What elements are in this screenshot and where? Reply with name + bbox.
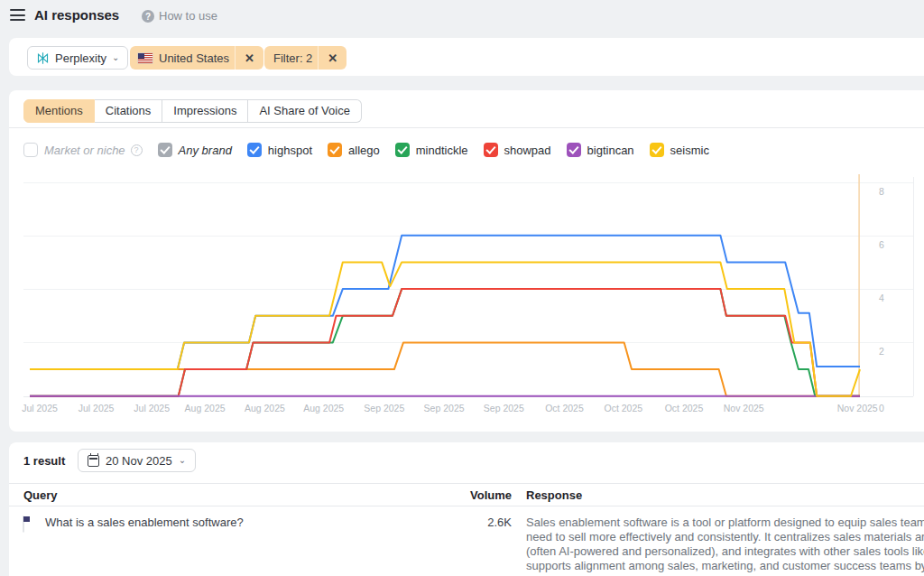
x-axis-label-4: Aug 2025: [245, 403, 285, 413]
menu-hamburger-icon[interactable]: [10, 9, 25, 21]
perplexity-logo-icon: [36, 51, 50, 65]
x-axis-label-13: Nov 2025: [837, 403, 878, 413]
brand-toggle-allego[interactable]: allego: [328, 143, 380, 157]
divider: [9, 127, 924, 128]
country-chip-label: United States: [159, 51, 229, 65]
brand-checkbox-allego[interactable]: [328, 143, 342, 157]
response-text-line: need to sell more effectively and consis…: [526, 530, 924, 544]
y-axis-label-6: 6: [879, 239, 884, 250]
x-axis-label-3: Aug 2025: [185, 403, 226, 413]
response-cell: Sales enablement software is a tool or p…: [526, 516, 924, 573]
brand-checkbox-seismic[interactable]: [650, 143, 664, 157]
x-axis-label-5: Aug 2025: [303, 403, 344, 413]
tab-impressions[interactable]: Impressions: [162, 99, 248, 123]
market-or-niche-checkbox[interactable]: [23, 143, 38, 157]
y-axis-label-4: 4: [879, 293, 884, 303]
date-picker-label: 20 Nov 2025: [106, 454, 172, 468]
country-filter-chip[interactable]: United States ✕: [130, 46, 263, 70]
chevron-down-icon: ⌄: [179, 456, 186, 465]
chevron-down-icon: ⌄: [112, 53, 119, 62]
brand-checkbox-highspot[interactable]: [247, 143, 262, 157]
x-axis-label-0: Jul 2025: [22, 403, 58, 413]
brand-legend: Market or niche ? Any brand highspotalle…: [23, 143, 709, 157]
brand-label: mindtickle: [416, 144, 468, 157]
filter-count-chip[interactable]: Filter: 2 ✕: [264, 46, 346, 70]
us-flag-icon: [138, 53, 152, 63]
brand-label: bigtincan: [587, 144, 634, 157]
brand-checkbox-showpad[interactable]: [484, 143, 498, 157]
y-axis-label-0: 0: [879, 403, 884, 413]
y-axis-label-2: 2: [879, 346, 884, 357]
filter-chip-label: Filter: 2: [273, 51, 312, 65]
brand-toggle-seismic[interactable]: seismic: [650, 143, 709, 157]
engine-select-label: Perplexity: [55, 51, 106, 65]
column-header-response[interactable]: Response: [526, 488, 582, 502]
date-picker-button[interactable]: 20 Nov 2025 ⌄: [78, 449, 196, 472]
response-text-line: (often AI-powered and personalized), and…: [526, 544, 924, 559]
brand-label: allego: [348, 144, 380, 157]
volume-cell: 2.6K: [439, 516, 512, 529]
market-help-icon[interactable]: ?: [131, 144, 143, 156]
tab-ai-share-of-voice[interactable]: AI Share of Voice: [248, 99, 361, 123]
y-axis-label-8: 8: [879, 186, 884, 197]
brand-toggle-bigtincan[interactable]: bigtincan: [567, 143, 634, 157]
help-icon[interactable]: ?: [142, 10, 154, 23]
remove-country-filter-icon[interactable]: ✕: [235, 46, 263, 70]
brand-toggle-showpad[interactable]: showpad: [484, 143, 551, 157]
gridline-y-6: [23, 236, 913, 237]
top-header-bar: AI responses ? How to use: [0, 0, 924, 31]
x-axis-label-11: Oct 2025: [665, 403, 704, 413]
tab-mentions[interactable]: Mentions: [23, 99, 95, 123]
x-axis-label-6: Sep 2025: [364, 403, 404, 413]
remove-filter-icon[interactable]: ✕: [318, 46, 346, 70]
how-to-use-link[interactable]: How to use: [159, 9, 217, 23]
brand-label: highspot: [268, 144, 312, 157]
brand-toggle-highspot[interactable]: highspot: [247, 143, 312, 157]
x-axis-label-12: Nov 2025: [724, 403, 764, 413]
brand-label: showpad: [504, 144, 551, 157]
column-header-volume[interactable]: Volume: [439, 488, 512, 502]
brand-checkbox-bigtincan[interactable]: [567, 143, 581, 157]
market-or-niche-toggle[interactable]: Market or niche ?: [23, 143, 143, 157]
page-title: AI responses: [34, 7, 119, 23]
brand-toggle-mindtickle[interactable]: mindtickle: [395, 143, 468, 157]
brand-checkbox-mindtickle[interactable]: [395, 143, 410, 157]
ai-responses-page: { "header": { "title": "AI responses", "…: [0, 0, 924, 576]
gridline-y-2: [23, 342, 913, 343]
market-or-niche-label: Market or niche: [44, 144, 125, 157]
any-brand-label: Any brand: [179, 144, 232, 157]
tab-citations[interactable]: Citations: [95, 99, 163, 123]
chart-card: [9, 90, 924, 432]
x-axis-label-8: Sep 2025: [484, 403, 524, 413]
column-header-query[interactable]: Query: [23, 488, 58, 502]
query-cell[interactable]: What is a sales enablement software?: [45, 516, 244, 529]
any-brand-checkbox[interactable]: [158, 143, 172, 157]
x-axis-label-10: Oct 2025: [604, 403, 642, 413]
result-count: 1 result: [23, 454, 65, 468]
x-axis-label-1: Jul 2025: [79, 403, 115, 413]
x-axis-label-2: Jul 2025: [134, 403, 170, 413]
table-header-top-border: [9, 483, 924, 484]
response-text-line: supports alignment among sales, marketin…: [526, 559, 924, 573]
x-axis-label-7: Sep 2025: [424, 403, 465, 413]
any-brand-toggle[interactable]: Any brand: [158, 143, 232, 157]
chart-right-axis-border: [913, 177, 914, 396]
engine-select-button[interactable]: Perplexity ⌄: [27, 46, 128, 70]
gridline-y-8: [23, 182, 913, 183]
calendar-icon: [88, 455, 99, 467]
response-text-line: Sales enablement software is a tool or p…: [526, 516, 924, 530]
brand-label: seismic: [670, 144, 709, 157]
x-axis-label-9: Oct 2025: [545, 403, 584, 413]
gridline-y-0: [23, 396, 913, 397]
metric-tabs: Mentions Citations Impressions AI Share …: [23, 99, 362, 123]
gridline-y-4: [23, 289, 913, 290]
table-header-bottom-border: [9, 506, 924, 506]
